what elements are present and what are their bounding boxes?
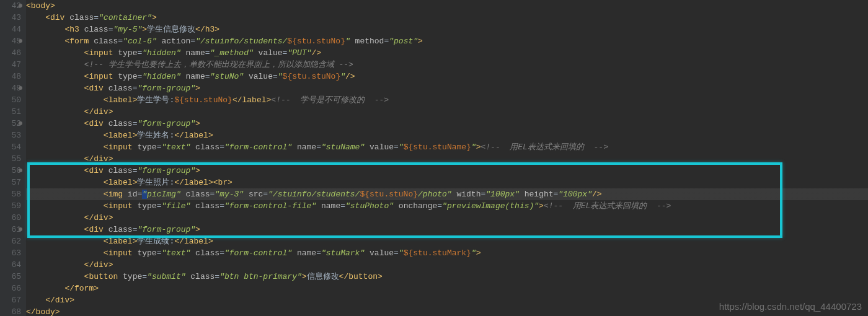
code-line[interactable]: <label>学生成绩:</label> <box>26 235 868 247</box>
code-line[interactable]: <label>学生姓名:</label> <box>26 129 868 141</box>
line-number[interactable]: 66 <box>0 283 21 294</box>
code-line[interactable]: <h3 class="my-5">学生信息修改</h3> <box>26 24 868 35</box>
token: < <box>26 95 108 105</box>
token: div <box>55 296 69 305</box>
token: label <box>108 95 133 105</box>
line-number[interactable]: 67 <box>0 294 21 306</box>
line-number[interactable]: 53 <box>0 129 21 141</box>
token: form <box>74 284 94 293</box>
fold-marker-icon[interactable] <box>19 86 22 90</box>
line-number[interactable]: 43 <box>0 12 21 24</box>
code-line[interactable]: </div> <box>26 106 868 118</box>
code-line[interactable]: <div class="form-group"> <box>26 224 868 235</box>
code-line[interactable]: <!-- 学生学号也要传上去，单数不能出现在界面上，所以添加隐含域 --> <box>26 59 868 71</box>
fold-marker-icon[interactable] <box>19 169 22 172</box>
code-line[interactable]: <input type="text" class="form-control" … <box>26 247 868 259</box>
token: " <box>447 190 452 199</box>
code-line[interactable]: <body> <box>26 0 868 12</box>
fold-marker-icon[interactable] <box>19 227 22 231</box>
line-number[interactable]: 57 <box>0 177 21 188</box>
code-line[interactable]: <div class="form-group"> <box>26 165 868 177</box>
token: ${stu.stuNo} <box>174 95 232 105</box>
token: img <box>108 190 123 199</box>
line-number[interactable]: 63 <box>0 247 21 259</box>
line-number[interactable]: 54 <box>0 141 21 153</box>
token: "stuNo" <box>210 72 244 81</box>
token: </ <box>339 272 349 281</box>
token: 学生照片: <box>137 178 174 187</box>
code-line[interactable]: <div class="container"> <box>26 12 868 24</box>
line-number[interactable]: 48 <box>0 71 21 82</box>
token <box>118 272 123 281</box>
token: < <box>26 1 31 11</box>
token: " <box>340 72 345 81</box>
line-number[interactable]: 64 <box>0 259 21 271</box>
code-line[interactable]: <input type="text" class="form-control" … <box>26 141 868 153</box>
token <box>157 37 162 46</box>
line-number[interactable]: 47 <box>0 59 21 71</box>
line-number[interactable]: 65 <box>0 271 21 283</box>
token <box>365 143 370 152</box>
line-number[interactable]: 50 <box>0 94 21 106</box>
fold-marker-icon[interactable] <box>19 121 22 125</box>
line-number[interactable]: 52 <box>0 118 21 129</box>
line-number[interactable]: 56 <box>0 165 21 177</box>
code-line[interactable]: </div> <box>26 259 868 271</box>
token: </ <box>174 131 184 140</box>
line-number[interactable]: 42 <box>0 0 21 12</box>
line-number[interactable]: 45 <box>0 35 21 47</box>
code-line[interactable]: <label>学生学号:${stu.stuNo}</label><!-- 学号是… <box>26 94 868 106</box>
token <box>123 190 128 199</box>
token: class <box>186 190 210 199</box>
code-line[interactable]: <input type="hidden" name="_method" valu… <box>26 47 868 59</box>
line-number-gutter[interactable]: 4243444546474849505152535455565758596061… <box>0 0 26 316</box>
code-line[interactable]: <input type="file" class="form-control-f… <box>26 200 868 212</box>
token: <!-- 学生学号也要传上去，单数不能出现在界面上，所以添加隐含域 --> <box>84 60 353 69</box>
token: > <box>476 248 481 258</box>
token: < <box>26 25 69 34</box>
token: "my-3" <box>215 190 244 199</box>
token <box>79 25 84 34</box>
token <box>254 48 259 58</box>
line-number[interactable]: 61 <box>0 224 21 235</box>
code-line[interactable]: <label>学生照片:</label><br> <box>26 177 868 188</box>
code-line[interactable]: <img id="picImg" class="my-3" src="/stui… <box>26 188 868 200</box>
code-line[interactable]: <div class="form-group"> <box>26 118 868 129</box>
token <box>26 60 84 69</box>
token: > <box>228 178 232 187</box>
code-line[interactable]: </form> <box>26 283 868 294</box>
token: "/stuinfo/students/ <box>268 190 360 199</box>
fold-marker-icon[interactable] <box>19 4 22 7</box>
code-area[interactable]: <body> <div class="container"> <h3 class… <box>26 0 868 316</box>
token: </ <box>232 95 242 105</box>
code-line[interactable]: <form class="col-6" action="/stuinfo/stu… <box>26 35 868 47</box>
token <box>244 190 249 199</box>
line-number[interactable]: 44 <box>0 24 21 35</box>
code-editor[interactable]: 4243444546474849505152535455565758596061… <box>0 0 868 316</box>
line-number[interactable]: 58 <box>0 188 21 200</box>
token: name <box>297 143 316 152</box>
token: "form-control" <box>224 143 292 152</box>
line-number[interactable]: 51 <box>0 106 21 118</box>
line-number[interactable]: 49 <box>0 82 21 94</box>
token: = <box>340 201 345 211</box>
line-number[interactable]: 46 <box>0 47 21 59</box>
line-number[interactable]: 68 <box>0 306 21 316</box>
fold-marker-icon[interactable] <box>19 39 22 43</box>
token: "container" <box>99 13 152 22</box>
token: "100px" <box>485 190 520 199</box>
code-line[interactable]: <div class="form-group"> <box>26 82 868 94</box>
code-line[interactable]: <input type="hidden" name="stuNo" value=… <box>26 71 868 82</box>
code-line[interactable]: <button type="submit" class="btn btn-pri… <box>26 271 868 283</box>
line-number[interactable]: 59 <box>0 200 21 212</box>
token: </ <box>26 284 74 293</box>
code-line[interactable]: </div> <box>26 212 868 224</box>
token: < <box>26 178 108 187</box>
line-number[interactable]: 60 <box>0 212 21 224</box>
line-number[interactable]: 62 <box>0 235 21 247</box>
token: type <box>137 201 156 211</box>
line-number[interactable]: 55 <box>0 153 21 165</box>
token: div <box>94 107 108 116</box>
token: = <box>205 48 210 58</box>
code-line[interactable]: </div> <box>26 153 868 165</box>
